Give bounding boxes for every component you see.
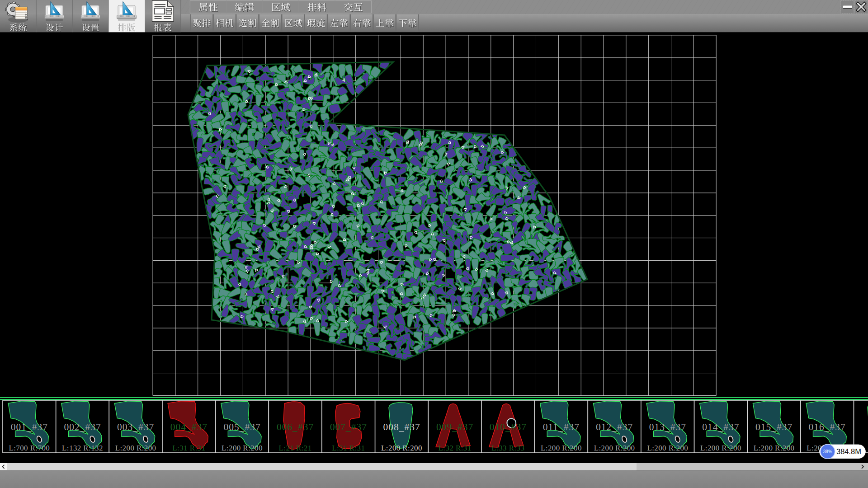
svg-text:006_#37: 006_#37	[277, 422, 314, 432]
svg-text:004_#37: 004_#37	[170, 422, 208, 432]
svg-text:012_#37: 012_#37	[596, 422, 633, 432]
svg-text:L:200 R:200: L:200 R:200	[700, 444, 741, 452]
svg-text:L:200 R:200: L:200 R:200	[222, 444, 263, 452]
svg-text:L:33 R:33: L:33 R:33	[491, 444, 524, 452]
svg-text:015_#37: 015_#37	[755, 422, 793, 432]
svg-text:L:31 R:31: L:31 R:31	[332, 444, 365, 452]
svg-text:L:200 R:200: L:200 R:200	[754, 444, 795, 452]
svg-text:L:31 R:31: L:31 R:31	[172, 444, 205, 452]
svg-text:013_#37: 013_#37	[649, 422, 686, 432]
svg-text:L:21 R:21: L:21 R:21	[279, 444, 312, 452]
svg-text:009_#37: 009_#37	[436, 422, 473, 432]
svg-text:002_#37: 002_#37	[64, 422, 101, 432]
svg-text:005_#37: 005_#37	[223, 422, 260, 432]
svg-text:011_#37: 011_#37	[543, 422, 580, 432]
svg-text:L:200 R:200: L:200 R:200	[647, 444, 688, 452]
svg-text:L:200 R:200: L:200 R:200	[381, 444, 422, 452]
svg-text:010_#37: 010_#37	[490, 422, 527, 432]
svg-text:016_#37: 016_#37	[809, 422, 846, 432]
svg-text:L:200 R:200: L:200 R:200	[115, 444, 156, 452]
svg-text:L:132 R:132: L:132 R:132	[62, 444, 103, 452]
svg-text:L:200 R:200: L:200 R:200	[594, 444, 635, 452]
svg-text:014_#37: 014_#37	[702, 422, 739, 432]
svg-text:008_#37: 008_#37	[383, 422, 420, 432]
svg-text:007_#37: 007_#37	[330, 422, 367, 432]
svg-text:003_#37: 003_#37	[117, 422, 154, 432]
svg-text:L:700 R:700: L:700 R:700	[9, 444, 50, 452]
svg-text:L:32 R:31: L:32 R:31	[439, 444, 472, 452]
svg-text:001_#37: 001_#37	[11, 422, 48, 432]
svg-text:384.8M: 384.8M	[836, 447, 861, 455]
svg-text:L:200 R:200: L:200 R:200	[541, 444, 582, 452]
svg-text:38%: 38%	[823, 449, 832, 454]
